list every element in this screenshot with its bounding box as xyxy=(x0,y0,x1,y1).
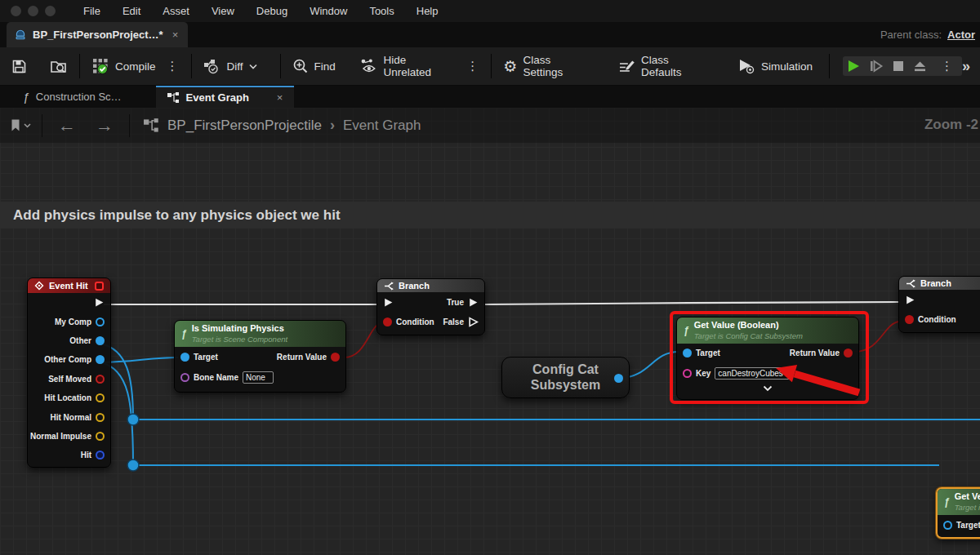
node-branch-left[interactable]: Branch True Condition False xyxy=(376,278,485,335)
asset-tab-title: BP_FirstPersonProject…* xyxy=(33,29,163,41)
menu-item-help[interactable]: Help xyxy=(416,5,439,17)
breadcrumb-current[interactable]: Event Graph xyxy=(343,118,421,134)
stop-icon[interactable] xyxy=(892,60,905,73)
pin-bone-name[interactable]: Bone Name xyxy=(175,367,345,388)
breadcrumb-root[interactable]: BP_FirstPersonProjectile xyxy=(167,118,322,134)
asset-tab-close-icon[interactable]: × xyxy=(172,29,179,41)
play-options-kebab-icon[interactable]: ⋮ xyxy=(935,59,959,73)
parent-class: Parent class: Actor xyxy=(880,29,975,41)
hide-unrelated-kebab-icon[interactable]: ⋮ xyxy=(461,59,484,73)
pin-normal-impulse[interactable]: Normal Impulse xyxy=(28,427,110,446)
node-header: ƒ Get Vel Target i xyxy=(938,489,980,515)
window-minimize-button[interactable] xyxy=(28,6,38,16)
window-zoom-button[interactable] xyxy=(45,6,56,16)
pin-other-comp[interactable]: Other Comp xyxy=(28,350,110,369)
chevron-down-icon xyxy=(24,123,31,128)
pin-row: True xyxy=(899,290,980,309)
parent-class-link[interactable]: Actor xyxy=(947,29,975,41)
blueprint-icon xyxy=(14,29,27,42)
window-close-button[interactable] xyxy=(11,6,21,16)
vector-pin-icon xyxy=(96,413,105,422)
pin-hit-location[interactable]: Hit Location xyxy=(28,388,110,407)
pin-label: Bone Name xyxy=(194,373,238,382)
object-pin-icon[interactable] xyxy=(614,374,623,383)
pin-label: My Comp xyxy=(55,317,91,326)
pin-other[interactable]: Other xyxy=(28,331,110,350)
node-event-hit[interactable]: Event Hit My Comp Other Other Comp Self … xyxy=(27,278,111,468)
menu-item-window[interactable]: Window xyxy=(310,5,347,17)
node-subtitle: Target is Config Cat Subsystem xyxy=(694,331,803,341)
menu-item-edit[interactable]: Edit xyxy=(122,5,140,17)
branch-icon xyxy=(906,279,915,288)
graph-tab-bar: ƒ Construction Sc… Event Graph × xyxy=(0,86,980,108)
pin-return-value[interactable]: Return Value xyxy=(277,353,340,362)
pin-condition[interactable]: Condition xyxy=(905,315,956,324)
asset-tab-blueprint[interactable]: BP_FirstPersonProject…* × xyxy=(7,22,188,47)
window-controls xyxy=(11,6,56,16)
frame-skip-icon[interactable] xyxy=(869,59,884,73)
menu-item-debug[interactable]: Debug xyxy=(256,5,287,17)
pin-hit[interactable]: Hit xyxy=(28,446,110,464)
construction-tab-label: Construction Sc… xyxy=(36,91,122,103)
node-title: Get Value (Boolean) xyxy=(694,320,803,331)
bookmarks-button[interactable] xyxy=(5,118,36,132)
comment-node[interactable]: Add physics impulse to any physics objec… xyxy=(0,202,980,229)
save-button[interactable] xyxy=(7,54,32,79)
find-button[interactable]: Find xyxy=(287,53,341,79)
toolbar-separator xyxy=(280,54,281,78)
pin-hit-normal[interactable]: Hit Normal xyxy=(28,407,110,426)
tab-event-graph[interactable]: Event Graph × xyxy=(156,86,295,108)
pin-self-moved[interactable]: Self Moved xyxy=(28,370,110,388)
browse-asset-button[interactable] xyxy=(45,54,73,79)
pin-target[interactable]: Target xyxy=(938,515,980,536)
pin-true[interactable]: True xyxy=(447,297,479,308)
simulation-icon xyxy=(737,58,755,74)
pin-condition[interactable]: Condition xyxy=(383,317,434,326)
pin-label: False xyxy=(443,317,464,326)
node-get-value-boolean[interactable]: ƒ Get Value (Boolean) Target is Config C… xyxy=(676,317,859,400)
node-branch-right[interactable]: Branch True Condition False xyxy=(898,276,980,333)
pin-label: Target xyxy=(696,349,720,357)
toolbar: Compile ⋮ Diff Find xyxy=(0,47,980,86)
pin-target[interactable]: Target xyxy=(180,353,218,362)
pin-key[interactable]: Key xyxy=(677,363,858,384)
bone-name-field[interactable] xyxy=(243,371,274,384)
forward-icon[interactable]: → xyxy=(86,115,123,136)
pin-target[interactable]: Target xyxy=(683,349,720,357)
node-config-cat-subsystem[interactable]: Config Cat Subsystem xyxy=(501,357,630,398)
node-get-velocity[interactable]: ƒ Get Vel Target i Target xyxy=(936,487,980,539)
expand-advanced-button[interactable] xyxy=(677,384,858,395)
pin-return-value[interactable]: Return Value xyxy=(790,349,853,357)
object-pin-icon xyxy=(180,353,189,362)
back-icon[interactable]: ← xyxy=(48,115,86,136)
save-icon xyxy=(11,59,27,74)
object-pin-icon xyxy=(96,336,105,345)
hide-unrelated-button[interactable]: Hide Unrelated xyxy=(355,49,461,83)
compile-options-kebab-icon[interactable]: ⋮ xyxy=(161,59,185,73)
menu-item-asset[interactable]: Asset xyxy=(163,5,189,17)
simulation-button[interactable]: Simulation xyxy=(733,53,817,79)
compile-button[interactable]: Compile xyxy=(87,52,161,80)
menu-item-view[interactable]: View xyxy=(212,5,234,17)
object-pin-icon xyxy=(96,355,105,364)
menu-item-tools[interactable]: Tools xyxy=(369,5,394,17)
pin-false[interactable]: False xyxy=(443,317,479,327)
pin-label: Condition xyxy=(918,315,956,324)
class-defaults-button[interactable]: Class Defaults xyxy=(613,49,716,83)
eject-icon[interactable] xyxy=(913,60,927,73)
gear-icon: ⚙ xyxy=(503,57,517,76)
tab-construction-script[interactable]: ƒ Construction Sc… xyxy=(11,86,133,108)
key-field[interactable] xyxy=(715,367,790,380)
node-is-simulating-physics[interactable]: ƒ Is Simulating Physics Target is Scene … xyxy=(174,320,346,393)
pin-my-comp[interactable]: My Comp xyxy=(28,312,110,331)
function-icon: ƒ xyxy=(181,328,187,340)
pin-exec-out[interactable] xyxy=(28,293,110,312)
menu-item-file[interactable]: File xyxy=(83,5,100,17)
event-graph-tab-close-icon[interactable]: × xyxy=(277,91,283,104)
play-icon[interactable] xyxy=(846,59,861,73)
class-settings-button[interactable]: ⚙ Class Settings xyxy=(498,49,597,83)
diff-button[interactable]: Diff xyxy=(198,53,262,79)
toolbar-overflow-icon[interactable]: » xyxy=(962,58,970,75)
exec-in-pin[interactable] xyxy=(383,297,394,308)
exec-in-pin[interactable] xyxy=(905,295,915,305)
